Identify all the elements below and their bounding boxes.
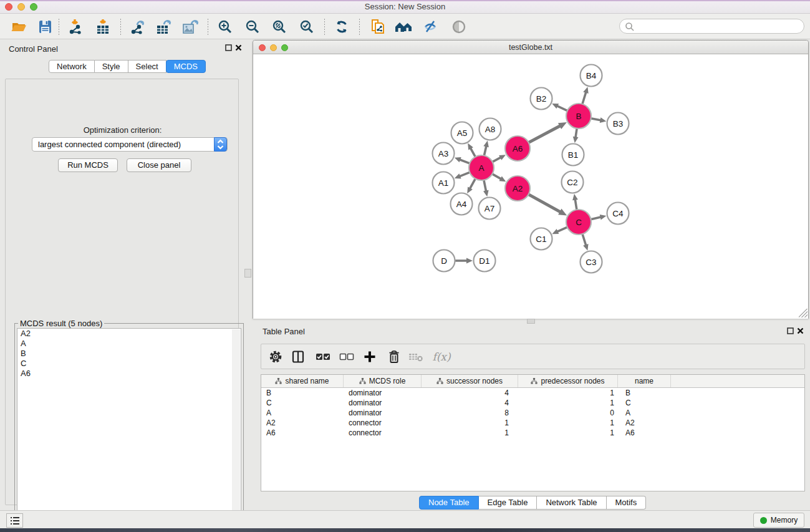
- close-panel-button[interactable]: Close panel: [127, 158, 191, 172]
- graph-edge-A-A8[interactable]: [483, 141, 489, 155]
- mcds-result-item[interactable]: C: [17, 359, 241, 369]
- table-row[interactable]: Bdominator41B: [261, 388, 804, 398]
- close-table-panel-icon[interactable]: [797, 327, 804, 334]
- open-session-button[interactable]: [9, 18, 29, 36]
- column-header-name[interactable]: name: [618, 375, 671, 387]
- table-row[interactable]: A6connector11A6: [261, 428, 804, 438]
- table-cell[interactable]: 1: [518, 388, 618, 398]
- graph-node-A4[interactable]: A4: [451, 193, 473, 215]
- table-row[interactable]: A2connector11A2: [261, 418, 804, 428]
- graph-edge-C-C4[interactable]: [591, 215, 606, 220]
- search-box[interactable]: [619, 19, 804, 34]
- mcds-result-item[interactable]: B: [17, 349, 241, 359]
- graph-edge-A6-B[interactable]: [529, 122, 567, 142]
- tab-select[interactable]: Select: [128, 60, 166, 73]
- tab-edge-table[interactable]: Edge Table: [479, 496, 538, 510]
- graph-node-A1[interactable]: A1: [433, 172, 455, 194]
- graph-edge-A-A3[interactable]: [455, 157, 470, 163]
- graph-node-A2[interactable]: A2: [505, 176, 530, 201]
- table-cell[interactable]: B: [618, 388, 671, 398]
- table-cell[interactable]: A6: [618, 428, 671, 438]
- mcds-result-item[interactable]: A2: [17, 329, 241, 339]
- table-cell[interactable]: dominator: [344, 408, 422, 418]
- mcds-list-scrollbar[interactable]: [232, 329, 240, 532]
- zoom-selected-button[interactable]: [297, 18, 317, 36]
- search-input[interactable]: [637, 21, 799, 32]
- tab-network[interactable]: Network: [49, 60, 95, 73]
- table-cell[interactable]: connector: [344, 428, 422, 438]
- table-cell[interactable]: 1: [422, 418, 518, 428]
- graph-edge-B-B4[interactable]: [582, 87, 589, 104]
- vertical-split-handle[interactable]: [244, 269, 251, 278]
- table-cell[interactable]: A: [261, 408, 344, 418]
- table-cell[interactable]: C: [261, 398, 344, 408]
- task-history-button[interactable]: [6, 513, 23, 528]
- export-network-button[interactable]: [127, 18, 147, 36]
- graph-edge-D-D1[interactable]: [456, 258, 473, 264]
- zoom-out-button[interactable]: [243, 18, 263, 36]
- zoom-in-button[interactable]: [215, 18, 235, 36]
- table-cell[interactable]: connector: [344, 418, 422, 428]
- graph-node-A5[interactable]: A5: [451, 122, 473, 144]
- graph-node-B4[interactable]: B4: [581, 65, 602, 87]
- column-header-MCDS-role[interactable]: MCDS role: [344, 375, 422, 387]
- graph-edge-A-A2[interactable]: [493, 174, 506, 181]
- tab-mcds[interactable]: MCDS: [166, 60, 206, 73]
- window-resize-grip[interactable]: [799, 309, 808, 317]
- graph-edge-B-B2[interactable]: [552, 104, 567, 110]
- graph-node-D[interactable]: D: [433, 250, 455, 272]
- import-network-button[interactable]: [65, 18, 85, 36]
- table-cell[interactable]: 8: [422, 408, 518, 418]
- graph-edge-A-A4[interactable]: [467, 179, 475, 193]
- graph-edge-C-C1[interactable]: [552, 228, 567, 235]
- table-settings-button[interactable]: [268, 349, 284, 365]
- tab-motifs[interactable]: Motifs: [607, 496, 647, 510]
- memory-button[interactable]: Memory: [753, 513, 804, 528]
- run-mcds-button[interactable]: Run MCDS: [58, 158, 118, 172]
- graph-node-B2[interactable]: B2: [531, 88, 552, 110]
- graph-edge-B-B3[interactable]: [592, 117, 607, 123]
- graph-node-C4[interactable]: C4: [607, 203, 629, 225]
- graph-edge-A-A1[interactable]: [455, 173, 470, 179]
- graph-edge-A2-C[interactable]: [529, 195, 567, 215]
- graph-edge-A-A7[interactable]: [483, 181, 489, 197]
- mcds-result-item[interactable]: A: [17, 339, 241, 349]
- create-column-button[interactable]: [362, 349, 378, 365]
- graph-node-A3[interactable]: A3: [433, 143, 455, 165]
- show-graphics-details-button[interactable]: [449, 18, 469, 36]
- graph-node-C3[interactable]: C3: [581, 251, 602, 273]
- column-header-shared-name[interactable]: shared name: [261, 375, 344, 387]
- tab-style[interactable]: Style: [95, 60, 128, 73]
- table-cell[interactable]: 1: [518, 418, 618, 428]
- criterion-dropdown[interactable]: largest connected component (directed): [32, 137, 228, 152]
- graph-node-A7[interactable]: A7: [479, 198, 501, 220]
- float-panel-icon[interactable]: [225, 44, 232, 51]
- table-cell[interactable]: 1: [518, 398, 618, 408]
- save-session-button[interactable]: [35, 18, 55, 36]
- table-cell[interactable]: A2: [618, 418, 671, 428]
- export-table-button[interactable]: [153, 18, 173, 36]
- show-columns-button[interactable]: [290, 349, 306, 365]
- graph-node-A6[interactable]: A6: [505, 136, 530, 161]
- zoom-fit-button[interactable]: [269, 18, 289, 36]
- select-all-button[interactable]: [315, 349, 331, 365]
- table-cell[interactable]: 1: [422, 428, 518, 438]
- table-cell[interactable]: 1: [518, 428, 618, 438]
- graph-node-D1[interactable]: D1: [474, 250, 496, 272]
- clone-network-button[interactable]: [368, 18, 388, 36]
- graph-node-C2[interactable]: C2: [562, 172, 584, 193]
- table-cell[interactable]: A6: [261, 428, 344, 438]
- tab-node-table[interactable]: Node Table: [419, 496, 479, 510]
- graph-node-A8[interactable]: A8: [480, 118, 501, 140]
- tab-network-table[interactable]: Network Table: [537, 496, 606, 510]
- graph-node-C[interactable]: C: [566, 210, 591, 235]
- column-header-predecessor-nodes[interactable]: predecessor nodes: [518, 375, 618, 387]
- refresh-button[interactable]: [332, 18, 352, 36]
- mcds-result-list[interactable]: A2ABCA6: [17, 328, 241, 532]
- graph-edge-A-A6[interactable]: [493, 155, 506, 162]
- import-table-button[interactable]: [93, 18, 113, 36]
- table-cell[interactable]: 0: [518, 408, 618, 418]
- deselect-all-button[interactable]: [339, 349, 355, 365]
- table-cell[interactable]: 4: [422, 388, 518, 398]
- horizontal-split-handle[interactable]: [527, 319, 535, 324]
